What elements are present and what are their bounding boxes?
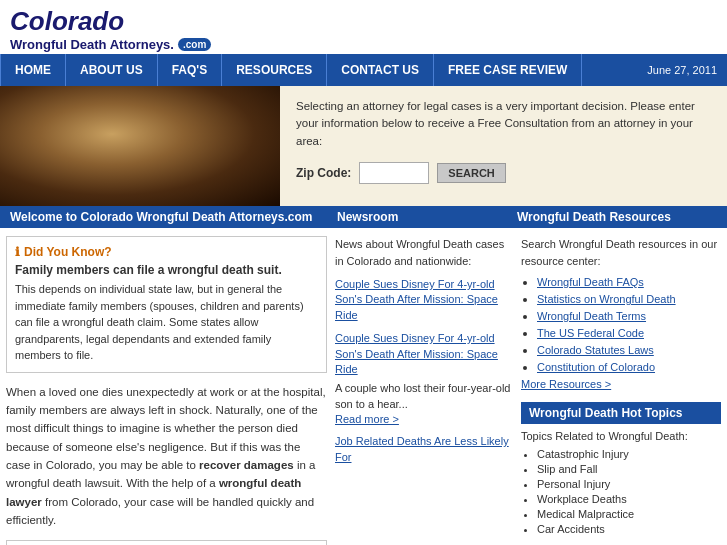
site-title: Colorado [10,6,717,37]
zip-label: Zip Code: [296,166,351,180]
site-tagline: Wrongful Death Attorneys. .com [10,37,717,52]
wr-link-6[interactable]: Constitution of Colorado [537,361,655,373]
facts-box: 📊 Wrongful Death Facts Wrongful Death St… [6,540,327,545]
search-button[interactable]: SEARCH [437,163,505,183]
hero-content: Selecting an attorney for legal cases is… [280,86,727,206]
wr-link-3[interactable]: Wrongful Death Terms [537,310,646,322]
right-column: Search Wrongful Death resources in our r… [521,236,721,545]
hot-topics-intro: Topics Related to Wrongful Death: [521,430,721,442]
list-item: Statistics on Wrongful Death [537,292,721,306]
list-item: Medical Malpractice [537,508,721,520]
wr-resources-intro: Search Wrongful Death resources in our r… [521,236,721,269]
dyk-claim: Family members can file a wrongful death… [15,263,318,277]
did-you-know-box: ℹ Did You Know? Family members can file … [6,236,327,373]
info-icon: ℹ [15,245,20,259]
middle-column: News about Wrongful Death cases in Color… [335,236,513,545]
list-item: Workplace Deaths [537,493,721,505]
zip-input[interactable] [359,162,429,184]
nav-contact[interactable]: CONTACT US [327,54,434,86]
list-item: Wrongful Death FAQs [537,275,721,289]
list-item: Personal Injury [537,478,721,490]
hero-photo [0,86,280,206]
main-content: ℹ Did You Know? Family members can file … [0,228,727,545]
wr-resources-heading: Wrongful Death Resources [517,210,717,224]
welcome-text: Welcome to Colorado Wrongful Death Attor… [10,210,327,224]
hot-topics-list: Catastrophic Injury Slip and Fall Person… [521,448,721,535]
list-item: Colorado Statutes Laws [537,343,721,357]
more-resources-link[interactable]: More Resources > [521,378,721,390]
newsroom-intro: News about Wrongful Death cases in Color… [335,236,513,269]
wr-link-4[interactable]: The US Federal Code [537,327,644,339]
welcome-bar: Welcome to Colorado Wrongful Death Attor… [0,206,727,228]
main-nav: HOME ABOUT US FAQ'S RESOURCES CONTACT US… [0,54,727,86]
left-column: ℹ Did You Know? Family members can file … [6,236,327,545]
wr-link-1[interactable]: Wrongful Death FAQs [537,276,644,288]
news-description-1: A couple who lost their four-year-old so… [335,381,513,412]
zip-row: Zip Code: SEARCH [296,162,711,184]
header: Colorado Wrongful Death Attorneys. .com [0,0,727,54]
hot-topics-bar: Wrongful Death Hot Topics [521,402,721,424]
hot-topics-section: Wrongful Death Hot Topics Topics Related… [521,402,721,535]
wr-link-2[interactable]: Statistics on Wrongful Death [537,293,676,305]
wr-resources-section: Search Wrongful Death resources in our r… [521,236,721,390]
news-item-3: Job Related Deaths Are Less Likely For [335,434,513,465]
list-item: Constitution of Colorado [537,360,721,374]
nav-about[interactable]: ABOUT US [66,54,158,86]
news-link-3[interactable]: Job Related Deaths Are Less Likely For [335,434,513,465]
nav-date: June 27, 2011 [647,64,727,76]
nav-free-case-review[interactable]: FREE CASE REVIEW [434,54,582,86]
list-item: Car Accidents [537,523,721,535]
news-link-1[interactable]: Couple Sues Disney For 4-yr-old Son's De… [335,277,513,323]
newsroom-heading: Newsroom [337,210,517,224]
wr-resources-list: Wrongful Death FAQs Statistics on Wrongf… [521,275,721,374]
list-item: Catastrophic Injury [537,448,721,460]
wr-link-5[interactable]: Colorado Statutes Laws [537,344,654,356]
nav-home[interactable]: HOME [0,54,66,86]
nav-faqs[interactable]: FAQ'S [158,54,223,86]
nav-resources[interactable]: RESOURCES [222,54,327,86]
read-more-1[interactable]: Read more > [335,413,399,425]
dotcom-badge: .com [178,38,211,51]
list-item: Slip and Fall [537,463,721,475]
dyk-description: This depends on individual state law, bu… [15,281,318,364]
news-link-2[interactable]: Couple Sues Disney For 4-yr-old Son's De… [335,331,513,377]
news-item-2: Couple Sues Disney For 4-yr-old Son's De… [335,331,513,426]
hero-description: Selecting an attorney for legal cases is… [296,98,711,150]
hero-section: Selecting an attorney for legal cases is… [0,86,727,206]
body-text: When a loved one dies unexpectedly at wo… [6,383,327,530]
news-item-1: Couple Sues Disney For 4-yr-old Son's De… [335,277,513,323]
dyk-title: ℹ Did You Know? [15,245,318,259]
list-item: Wrongful Death Terms [537,309,721,323]
hero-image [0,86,280,206]
list-item: The US Federal Code [537,326,721,340]
